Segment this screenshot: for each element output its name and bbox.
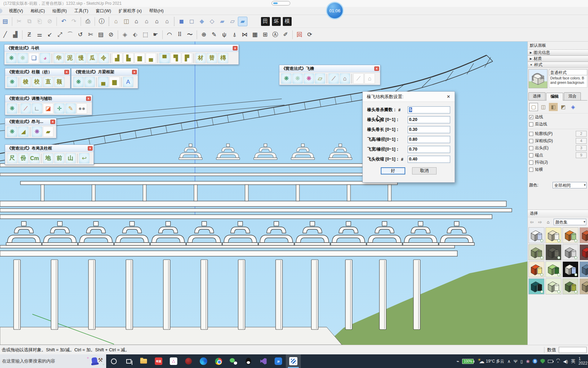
zhue-gear-main-button[interactable]: ❋ <box>7 77 17 87</box>
menu-w[interactable]: 窗口(W) <box>92 7 115 15</box>
tiaozheng-line-points-button[interactable]: ⟋ <box>20 103 31 114</box>
buju-fen-button[interactable]: 份 <box>18 153 29 164</box>
dougong-gua-gong-button[interactable]: 瓜 <box>87 53 98 63</box>
value-extension[interactable]: 3 <box>576 145 587 151</box>
bluetooth-icon[interactable]: B <box>533 359 537 364</box>
tray-caret-icon[interactable]: ∧ <box>507 359 511 364</box>
section-entity-info[interactable]: ▶ 图元信息 <box>528 49 588 56</box>
style-name-field[interactable]: 普通样式 <box>549 69 587 75</box>
ok-button[interactable]: 好 <box>381 167 405 174</box>
dougong-bracket-3-button[interactable]: ▆ <box>134 53 145 63</box>
style-thumbnail-10[interactable] <box>545 261 561 277</box>
dougong-ni-gong-button[interactable]: 泥 <box>65 53 75 63</box>
diamonds-button[interactable]: ◈ <box>120 30 130 40</box>
box-select-button[interactable]: ⬚ <box>141 30 150 40</box>
edge-style-shaded-icon[interactable]: ◧ <box>549 103 558 111</box>
collection-dropdown[interactable]: 颜色集 <box>554 219 586 225</box>
style-thumbnail-9[interactable] <box>528 261 544 277</box>
dougong-bracket-1-button[interactable]: ▟ <box>112 53 122 63</box>
palette-titlebar[interactable]: 《营造法式》昂与...x <box>5 118 56 125</box>
panel-b-button[interactable]: ▱ <box>228 17 237 26</box>
menu-r[interactable]: 绘图(R) <box>49 7 70 15</box>
align-dots-button[interactable]: ⚌ <box>35 30 44 40</box>
dougong-gear-main-button[interactable]: ❋ <box>6 53 17 63</box>
chart-bars-button[interactable]: ▟ <box>11 30 20 40</box>
arc-frame-button[interactable]: ⌒ <box>65 30 75 40</box>
house-open-button[interactable]: ⌂ <box>142 17 151 26</box>
microphone-icon[interactable]: Ψ <box>513 359 517 364</box>
feiyan-roof-gray-button[interactable]: ⌂ <box>364 73 375 84</box>
style-preview-thumbnail[interactable] <box>528 69 548 88</box>
edge-style-xray-icon[interactable]: ◈ <box>569 103 577 111</box>
close-icon[interactable]: x <box>86 96 91 101</box>
turntable-button[interactable]: ⟳ <box>305 30 314 40</box>
tian-grid-button[interactable]: 田 <box>261 17 270 26</box>
style-thumbnail-7[interactable] <box>562 244 578 260</box>
curve-pull2-button[interactable]: ⤢ <box>55 30 65 40</box>
curve-pull-button[interactable]: ↙ <box>45 30 54 40</box>
feiyan-trapezoid-button[interactable]: ▱ <box>315 73 325 84</box>
buju-back-arrow-button[interactable]: ↩ <box>79 153 89 164</box>
loop-arrow-button[interactable]: ↺ <box>76 30 85 40</box>
tiaozheng-polyline-button[interactable]: ∟ <box>32 103 42 114</box>
back-arrow-icon[interactable]: ⇦ <box>528 219 535 225</box>
taskbar-app-chrome[interactable] <box>211 354 226 368</box>
pencil-2-button[interactable]: ✐ <box>281 30 290 40</box>
feiyan-rafter-gray-button[interactable]: ⟋ <box>353 73 364 84</box>
erase-button[interactable]: ⊘ <box>45 17 54 26</box>
close-icon[interactable]: x <box>88 146 93 151</box>
taskbar-app-cortana[interactable] <box>106 354 121 368</box>
palette-titlebar[interactable]: 《营造法式》斗栱x <box>4 45 239 51</box>
menu-v[interactable]: 视图(V) <box>5 7 27 15</box>
weather-widget[interactable]: ☀ ☁ 19°C 多云 <box>477 358 504 365</box>
angyu-gear-purple-button[interactable]: ❋ <box>32 126 42 137</box>
plane-light-button[interactable]: ◇ <box>207 17 217 26</box>
feiyan-rafter-pink-button[interactable]: ⟋ <box>328 73 339 84</box>
taskbar-app-youdao[interactable]: 有道 <box>151 354 166 368</box>
zhue-suo-zhu-button[interactable]: 梭 <box>20 77 31 87</box>
taskbar-app-app-darkred[interactable] <box>181 354 196 368</box>
yueliang-beam-2-button[interactable]: ▆ <box>109 77 120 87</box>
value-depth-cue[interactable]: 4 <box>576 138 587 144</box>
close-icon[interactable]: x <box>50 120 55 124</box>
style-thumbnail-4[interactable] <box>579 227 588 243</box>
print-button[interactable]: ⎙ <box>83 17 93 26</box>
menu-t[interactable]: 工具(T) <box>70 7 92 15</box>
rec-frame-button[interactable]: 回 <box>295 30 304 40</box>
palette-titlebar[interactable]: 《营造法式》调整与辅助x <box>5 95 92 102</box>
diamond-up-button[interactable]: ⬖ <box>130 30 140 40</box>
edge-style-textured-icon[interactable]: ◩ <box>559 103 568 111</box>
battery-indicator[interactable]: 100% <box>462 359 474 364</box>
tiaozheng-gear-main-button[interactable]: ❋ <box>7 103 17 114</box>
flower-app-icon[interactable]: ❀ <box>526 359 529 364</box>
close-icon[interactable]: x <box>132 70 137 74</box>
style-thumbnail-6[interactable] <box>545 244 561 260</box>
checkbox-extension[interactable] <box>529 146 533 150</box>
yueliang-gear-alt-button[interactable]: ❋ <box>84 77 95 87</box>
style-thumbnail-3[interactable] <box>562 227 578 243</box>
tab-混合[interactable]: 混合 <box>564 92 581 100</box>
menu-c[interactable]: 相机(C) <box>27 7 49 15</box>
taskbar-app-sketchup[interactable] <box>286 354 301 368</box>
palette-titlebar[interactable]: 《营造法式》布局及柱框x <box>5 145 94 152</box>
feiyan-gear-main-button[interactable]: ❋ <box>281 73 292 84</box>
checkbox-jitter[interactable] <box>529 160 533 165</box>
zhue-zhi-liang-button[interactable]: 直 <box>43 77 53 87</box>
wave-button[interactable]: 〜 <box>185 30 195 40</box>
undo-button[interactable]: ↶ <box>59 17 68 26</box>
zhue-jiao-zhu-button[interactable]: 校 <box>32 77 42 87</box>
feiyan-roof-pink-button[interactable]: ⌂ <box>340 73 350 84</box>
angyu-parallelogram-button[interactable]: ▰ <box>43 126 53 137</box>
palette-titlebar[interactable]: 《营造法式》月梁框架x <box>71 68 138 75</box>
style-description-field[interactable]: Default face colors. B and green backgro… <box>549 75 587 88</box>
edge-style-back-icon[interactable]: ◫ <box>539 103 548 111</box>
checkbox-edges[interactable]: ✓ <box>529 115 533 119</box>
mo-button[interactable]: 模 <box>283 17 292 26</box>
mirror-button[interactable]: ⋈ <box>240 30 249 40</box>
taskbar-search-box[interactable]: 在这里输入你要搜索的内容 ✦ ⚒ ✧ <box>0 354 106 368</box>
taskbar-app-visual-studio[interactable] <box>256 354 271 368</box>
dougong-man-gong-button[interactable]: 慢 <box>76 53 86 63</box>
circle-cut-button[interactable]: ⊘ <box>106 30 116 40</box>
cut-button[interactable]: ✂ <box>14 17 24 26</box>
buju-shan-button[interactable]: 山 <box>65 153 76 164</box>
